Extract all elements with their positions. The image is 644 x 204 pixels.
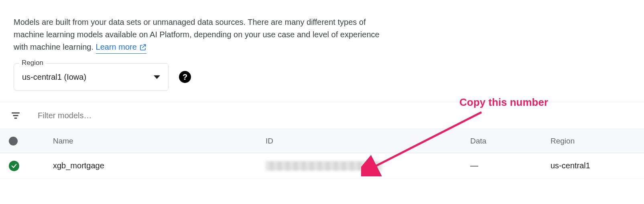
check-circle-icon — [9, 161, 19, 171]
learn-more-label: Learn more — [96, 41, 137, 53]
chevron-down-icon — [154, 75, 160, 79]
intro-text: Models are built from your data sets or … — [0, 0, 401, 63]
region-value: us-central1 (Iowa) — [22, 73, 86, 82]
filter-bar — [0, 102, 644, 129]
external-link-icon — [139, 44, 146, 51]
help-symbol: ? — [183, 73, 187, 82]
status-cell — [9, 161, 53, 171]
intro-body: Models are built from your data sets or … — [14, 18, 380, 51]
status-dot-icon — [9, 137, 18, 145]
model-region: us-central1 — [551, 161, 634, 170]
svg-rect-0 — [12, 112, 20, 113]
column-id[interactable]: ID — [266, 137, 470, 145]
filter-input[interactable] — [37, 111, 238, 121]
model-id — [266, 161, 470, 171]
column-data[interactable]: Data — [470, 137, 551, 145]
redacted-id — [266, 161, 382, 171]
region-label: Region — [19, 59, 46, 67]
help-icon[interactable]: ? — [179, 71, 191, 83]
table-row[interactable]: xgb_mortgage — us-central1 — [0, 153, 644, 179]
learn-more-link[interactable]: Learn more — [96, 41, 146, 54]
filter-icon[interactable] — [10, 110, 21, 121]
column-region[interactable]: Region — [551, 137, 634, 145]
region-field: Region us-central1 (Iowa) — [14, 63, 169, 91]
svg-rect-2 — [14, 117, 17, 119]
svg-rect-1 — [13, 115, 18, 116]
table-header: Name ID Data Region — [0, 129, 644, 153]
status-header — [9, 137, 53, 145]
model-data: — — [470, 161, 551, 170]
model-name[interactable]: xgb_mortgage — [53, 161, 266, 170]
column-name[interactable]: Name — [53, 137, 266, 145]
region-select[interactable]: us-central1 (Iowa) — [14, 63, 169, 91]
